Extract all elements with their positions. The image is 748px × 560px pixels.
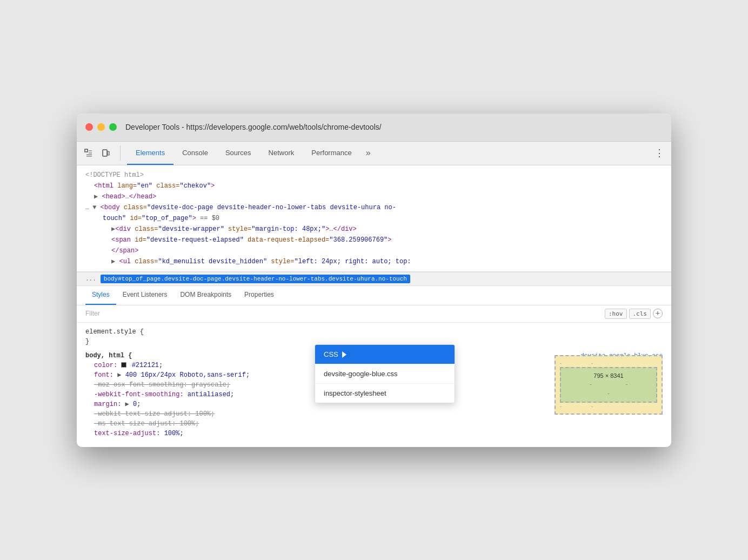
box-model-panel: - - 795 × 8341 - - - -: [555, 355, 663, 415]
breadcrumb-dots: ...: [85, 276, 96, 282]
window-title: Developer Tools - https://developers.goo…: [125, 123, 382, 131]
dom-line: <!DOCTYPE html>: [77, 170, 671, 181]
tab-more[interactable]: »: [360, 141, 376, 165]
maximize-button[interactable]: [109, 123, 117, 131]
css-prop-text-size: text-size-adjust: 100%;: [94, 429, 663, 438]
filter-label: Filter: [85, 310, 100, 317]
dom-line-div: ▶<div class="devsite-wrapper" style="mar…: [77, 224, 671, 235]
dom-line-ul: ▶ <ul class="kd_menulist devsite_hidden"…: [77, 256, 671, 267]
dom-line: ▶ <head>…</head>: [77, 191, 671, 202]
toolbar-menu-button[interactable]: ⋮: [652, 145, 667, 161]
tab-sources[interactable]: Sources: [217, 141, 260, 165]
traffic-lights: [85, 123, 117, 131]
filter-buttons: :hov .cls +: [605, 309, 663, 319]
tab-network[interactable]: Network: [260, 141, 303, 165]
cursor-arrow-icon: [342, 351, 346, 358]
filter-bar: Filter :hov .cls +: [77, 305, 671, 323]
dom-line-body: … ▼ <body class="devsite-doc-page devsit…: [77, 202, 671, 213]
dom-line: <html lang="en" class="chekov">: [77, 181, 671, 191]
devtools-window: Developer Tools - https://developers.goo…: [77, 114, 671, 447]
dropdown-item-devsite-css[interactable]: devsite-google-blue.css: [315, 364, 455, 384]
sub-tab-styles[interactable]: Styles: [85, 286, 116, 305]
bottom-panel: Styles Event Listeners DOM Breakpoints P…: [77, 286, 671, 447]
dropdown-item-inspector[interactable]: inspector-stylesheet: [315, 384, 455, 403]
device-icon[interactable]: [98, 145, 113, 161]
dom-panel: <!DOCTYPE html> <html lang="en" class="c…: [77, 165, 671, 272]
breadcrumb-text[interactable]: body#top_of_page.devsite-doc-page.devsit…: [101, 275, 410, 283]
toolbar: Elements Console Sources Network Perform…: [77, 142, 671, 165]
css-rule-element-style: element.style { }: [85, 327, 663, 346]
cls-button[interactable]: .cls: [629, 309, 651, 319]
css-selector-body: body, html {: [85, 351, 132, 361]
dropdown-item-css[interactable]: CSS: [315, 345, 455, 364]
add-style-button[interactable]: +: [653, 309, 663, 318]
toolbar-icons: [81, 145, 121, 161]
sub-tab-event-listeners[interactable]: Event Listeners: [116, 286, 174, 305]
styles-content: element.style { } body, html { devsite-g…: [77, 323, 671, 447]
css-prop-ms-text: -ms-text-size-adjust: 100%;: [94, 419, 663, 429]
svg-rect-0: [85, 149, 88, 152]
tab-elements[interactable]: Elements: [127, 141, 173, 165]
dom-line-span-close: </span>: [77, 245, 671, 256]
sub-tabs: Styles Event Listeners DOM Breakpoints P…: [77, 286, 671, 305]
svg-rect-2: [108, 151, 109, 155]
box-model-size: 795 × 8341: [593, 372, 623, 379]
devtools-body: <!DOCTYPE html> <html lang="en" class="c…: [77, 165, 671, 447]
box-model-inner: 795 × 8341 - - -: [560, 367, 657, 403]
minimize-button[interactable]: [97, 123, 105, 131]
sub-tab-dom-breakpoints[interactable]: DOM Breakpoints: [173, 286, 238, 305]
dom-line-span: <span id="devsite-request-elapsed" data-…: [77, 235, 671, 245]
hov-button[interactable]: :hov: [605, 309, 627, 319]
svg-rect-1: [103, 150, 107, 156]
color-swatch[interactable]: [121, 362, 126, 368]
dom-line-body-cont: touch" id="top_of_page"> == $0: [77, 213, 671, 224]
sub-tab-properties[interactable]: Properties: [238, 286, 280, 305]
breadcrumb-bar: ... body#top_of_page.devsite-doc-page.de…: [77, 272, 671, 286]
tab-performance[interactable]: Performance: [303, 141, 360, 165]
titlebar: Developer Tools - https://developers.goo…: [77, 114, 671, 142]
tab-console[interactable]: Console: [173, 141, 217, 165]
inspect-icon[interactable]: [81, 145, 96, 161]
close-button[interactable]: [85, 123, 93, 131]
tabs: Elements Console Sources Network Perform…: [127, 141, 376, 165]
css-source-dropdown: CSS devsite-google-blue.css inspector-st…: [315, 344, 455, 403]
css-rule-selector: element.style {: [85, 327, 663, 337]
